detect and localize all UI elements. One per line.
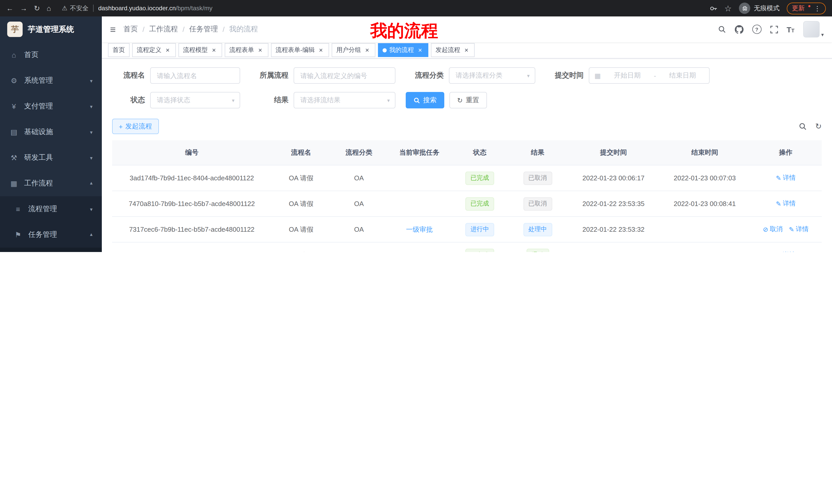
detail-link[interactable]: ✎详情 [789, 225, 809, 234]
sidebar-item-workflow[interactable]: ▦工作流程▾ [0, 171, 102, 196]
tab-process-definition[interactable]: 流程定义× [132, 43, 176, 57]
breadcrumb-item[interactable]: 工作流程 [149, 25, 178, 34]
refresh-table-icon[interactable]: ↻ [815, 122, 822, 131]
notification-dot [808, 5, 810, 7]
tab-user-group[interactable]: 用户分组× [332, 43, 375, 57]
reload-icon[interactable]: ↻ [34, 5, 40, 12]
tab-home[interactable]: 首页 [108, 43, 130, 57]
not-secure-warning[interactable]: ⚠ 不安全 [62, 4, 88, 12]
column-header: 状态 [451, 148, 508, 157]
detail-label: 详情 [783, 251, 796, 252]
category-select[interactable]: 请选择流程分类 ▾ [449, 67, 535, 84]
cell-submit-time: 2022-01-22 23:53:35 [567, 200, 660, 207]
tab-process-model[interactable]: 流程模型× [178, 43, 222, 57]
chevron-down-icon: ▾ [232, 97, 234, 103]
toggle-search-icon[interactable] [799, 122, 807, 131]
cell-end-time: 2022-01-23 00:07:03 [660, 174, 750, 182]
browser-home-icon[interactable]: ⌂ [47, 5, 51, 12]
close-icon[interactable]: × [164, 47, 171, 54]
avatar [803, 21, 820, 37]
filter-label-process-name: 流程名 [112, 71, 145, 80]
result-select[interactable]: 请选择流结果 ▾ [294, 92, 395, 108]
detail-label: 详情 [796, 225, 809, 234]
cell-category: OA [331, 174, 387, 182]
forward-icon[interactable]: → [20, 5, 27, 12]
bookmark-star-icon[interactable]: ☆ [724, 3, 732, 13]
update-button[interactable]: 更新 ⋮ [787, 2, 826, 14]
filter-label-result: 结果 [253, 95, 288, 105]
close-icon[interactable]: × [317, 47, 324, 54]
tab-my-process[interactable]: 我的流程× [378, 43, 428, 57]
search-button[interactable]: 搜索 [406, 92, 444, 108]
chevron-down-icon: ▾ [387, 97, 390, 103]
sidebar-item-process-management[interactable]: ≡流程管理▾ [0, 196, 102, 222]
close-icon[interactable]: × [210, 47, 217, 54]
cell-submit-time: 2022-01-22 23:53:32 [567, 226, 660, 233]
breadcrumb-separator: / [142, 25, 145, 33]
tab-process-form-edit[interactable]: 流程表单-编辑× [271, 43, 329, 57]
detail-icon: ✎ [789, 226, 794, 233]
breadcrumb-item: 我的流程 [229, 25, 258, 34]
incognito-icon [739, 3, 750, 14]
tab-label: 流程定义 [137, 46, 161, 54]
detail-label: 详情 [783, 199, 796, 208]
back-icon[interactable]: ← [6, 5, 14, 12]
sidebar-item-infrastructure[interactable]: ▤基础设施▾ [0, 119, 102, 145]
key-icon[interactable] [709, 4, 717, 12]
cell-category: OA [331, 251, 387, 252]
close-icon[interactable]: × [463, 47, 470, 54]
result-badge: 已取消 [523, 197, 552, 211]
tab-label: 流程表单-编辑 [276, 46, 315, 54]
sidebar-item-task-management[interactable]: ⚑任务管理▾ [0, 222, 102, 248]
navbar-right: ? TT ▾ [718, 21, 824, 37]
table-row: 2152467e-7b9b-11ec-9a1b-acde48001122OA 请… [112, 243, 822, 252]
detail-link[interactable]: ✎详情 [776, 251, 796, 252]
cell-result: 已取消 [508, 197, 567, 211]
detail-link[interactable]: ✎详情 [776, 174, 796, 183]
reset-button[interactable]: ↻ 重置 [449, 92, 487, 108]
cell-status: 已完成 [451, 171, 508, 185]
status-badge: 已完成 [465, 197, 494, 211]
breadcrumb-item[interactable]: 首页 [123, 25, 138, 34]
tab-label: 我的流程 [389, 46, 414, 54]
result-badge: 已取消 [523, 171, 552, 185]
cell-end-time: 2022-01-22 23:51:20 [660, 251, 750, 252]
breadcrumb-separator: / [183, 25, 185, 33]
help-icon[interactable]: ? [752, 25, 761, 34]
sidebar-item-my-process[interactable]: ◉我的流程 [0, 248, 102, 252]
detail-link[interactable]: ✎详情 [776, 199, 796, 208]
breadcrumb-item[interactable]: 任务管理 [189, 25, 218, 34]
status-select[interactable]: 请选择状态 ▾ [150, 92, 240, 108]
close-icon[interactable]: × [364, 47, 371, 54]
sidebar-item-devtools[interactable]: ⚒研发工具▾ [0, 145, 102, 171]
detail-icon: ✎ [776, 251, 781, 252]
tab-start-process[interactable]: 发起流程× [431, 43, 475, 57]
sidebar-item-home[interactable]: ⌂首页 [0, 42, 102, 68]
sidebar-item-payment-management[interactable]: ¥支付管理▾ [0, 93, 102, 119]
hamburger-icon[interactable]: ≡ [110, 24, 116, 34]
close-icon[interactable]: × [417, 47, 424, 54]
url-domain: dashboard.yudao.iocoder.cn [98, 5, 176, 12]
close-icon[interactable]: × [257, 47, 264, 54]
user-menu[interactable]: ▾ [803, 21, 824, 37]
create-process-label: 发起流程 [125, 122, 152, 131]
cancel-link[interactable]: ⊘取消 [763, 225, 783, 234]
page-url: dashboard.yudao.iocoder.cn/bpm/task/my [98, 5, 212, 12]
process-def-input[interactable] [294, 67, 395, 84]
search-icon[interactable] [718, 25, 726, 33]
sidebar-item-system-management[interactable]: ⚙系统管理▾ [0, 68, 102, 93]
github-icon[interactable] [734, 25, 743, 34]
status-badge: 进行中 [465, 223, 494, 236]
submit-time-range-picker[interactable]: ▦ 开始日期 - 结束日期 [589, 67, 710, 84]
font-size-icon[interactable]: TT [786, 25, 795, 34]
address-bar[interactable]: ⚠ 不安全 dashboard.yudao.iocoder.cn/bpm/tas… [62, 4, 212, 12]
browser-menu-icon[interactable]: ⋮ [814, 4, 821, 12]
process-name-input[interactable] [150, 67, 240, 84]
column-header: 编号 [112, 148, 271, 157]
table-header: 编号流程名流程分类当前审批任务状态结果提交时间结束时间操作 [112, 140, 822, 165]
tab-process-form[interactable]: 流程表单× [225, 43, 268, 57]
fullscreen-icon[interactable] [770, 25, 778, 33]
create-process-button[interactable]: + 发起流程 [112, 119, 159, 134]
chevron-down-icon: ▾ [90, 206, 93, 212]
current-task-link[interactable]: 一级审批 [406, 225, 433, 234]
